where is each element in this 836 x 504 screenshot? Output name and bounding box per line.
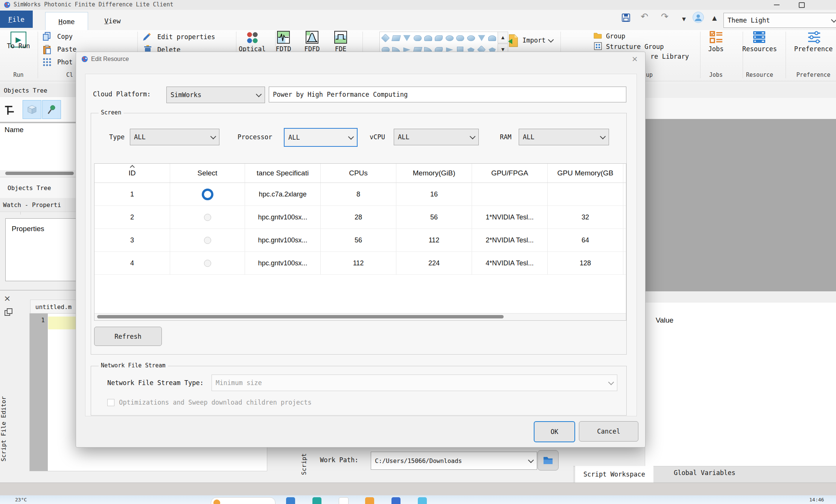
column-header-instance[interactable]: tance Specificati xyxy=(245,164,321,183)
select-radio[interactable] xyxy=(204,214,211,221)
jobs-label[interactable]: Jobs xyxy=(705,45,727,53)
group-folder-icon[interactable] xyxy=(593,32,602,39)
user-avatar[interactable] xyxy=(693,12,704,23)
table-row[interactable]: 1 hpc.c7a.2xlarge 8 16 xyxy=(94,183,626,206)
cloud-platform-description-field[interactable]: Power by High Performance Computing xyxy=(269,87,626,102)
taskbar-search-pill[interactable] xyxy=(211,497,276,504)
edit-properties-label[interactable]: Edit properties xyxy=(157,33,215,41)
taskbar-weather[interactable]: 23°C xyxy=(15,497,27,502)
cancel-button[interactable]: Cancel xyxy=(579,421,638,442)
taskbar-clock[interactable]: 14:46 xyxy=(809,497,824,502)
filter-ram-select[interactable]: ALL xyxy=(519,129,609,145)
shape-icon[interactable] xyxy=(403,35,410,41)
quickaccess-dropdown-icon[interactable]: ▼ xyxy=(682,17,686,21)
theme-select[interactable]: Theme Light xyxy=(723,13,836,28)
shape-icon[interactable] xyxy=(478,35,485,41)
scrollbar-thumb[interactable] xyxy=(97,315,504,318)
fde-icon[interactable] xyxy=(334,31,347,44)
collapse-ribbon-icon[interactable]: ▲ xyxy=(712,15,717,21)
show-structures-toggle[interactable] xyxy=(23,100,41,119)
pencil-icon[interactable] xyxy=(142,32,152,42)
import-icon[interactable] xyxy=(507,34,519,47)
cloud-platform-select[interactable]: SimWorks xyxy=(166,87,265,103)
column-header-cpus[interactable]: CPUs xyxy=(321,164,396,183)
column-header-gpu[interactable]: GPU/FPGA xyxy=(472,164,548,183)
save-icon[interactable] xyxy=(621,13,631,23)
table-row[interactable]: 3 hpc.gntv100sx... 56 112 2*NVIDIA Tesl.… xyxy=(94,229,626,252)
shape-icon[interactable] xyxy=(456,35,464,41)
group-label[interactable]: Group xyxy=(606,32,625,40)
fdfd-icon[interactable] xyxy=(306,31,318,44)
select-radio[interactable] xyxy=(204,237,211,244)
taskbar-app-icon[interactable] xyxy=(312,497,321,504)
tab-view[interactable]: View xyxy=(96,15,129,26)
import-chevron-icon[interactable] xyxy=(548,37,554,43)
taskbar-app-icon[interactable] xyxy=(391,497,400,504)
download-children-checkbox[interactable] xyxy=(107,399,114,406)
tab-objects-tree[interactable]: Objects Tree xyxy=(0,177,87,199)
shape-icon[interactable] xyxy=(467,35,475,41)
structure-library-label[interactable]: re Library xyxy=(650,53,689,60)
structure-group-label[interactable]: Structure Group xyxy=(606,43,664,50)
shape-icon[interactable] xyxy=(424,35,432,41)
maximize-icon[interactable] xyxy=(799,2,805,8)
tab-watch-properties[interactable]: Watch - Properti xyxy=(0,198,82,212)
undo-icon[interactable]: ↶ xyxy=(641,12,648,21)
column-header-select[interactable]: Select xyxy=(170,164,245,183)
column-header-id[interactable]: ID xyxy=(94,164,170,183)
file-menu-button[interactable]: File xyxy=(0,11,33,28)
copy-icon[interactable] xyxy=(42,32,52,41)
fdtd-icon[interactable] xyxy=(277,31,290,44)
to-run-label[interactable]: To Run xyxy=(0,42,37,50)
taskbar-app-icon[interactable] xyxy=(339,497,349,504)
shape-icon[interactable] xyxy=(435,35,443,41)
taskbar-app-icon[interactable] xyxy=(418,497,427,504)
table-row[interactable]: 2 hpc.gntv100sx... 28 56 1*NVIDIA Tesl..… xyxy=(94,206,626,229)
photonic-grid-icon[interactable] xyxy=(42,57,52,67)
filter-type-select[interactable]: ALL xyxy=(130,129,219,145)
ok-button[interactable]: OK xyxy=(534,421,575,442)
redo-icon[interactable]: ↷ xyxy=(661,12,668,21)
editor-tab-untitled[interactable]: untitled.m xyxy=(30,300,77,314)
paste-icon[interactable] xyxy=(42,44,52,55)
table-row[interactable]: 4 hpc.gntv100sx... 112 224 4*NVIDIA Tesl… xyxy=(94,252,626,275)
shape-icon[interactable] xyxy=(414,35,422,41)
tree-view-icon[interactable] xyxy=(3,103,17,117)
browse-folder-button[interactable] xyxy=(538,450,559,471)
tab-home[interactable]: Home xyxy=(45,12,88,30)
table-horizontal-scrollbar[interactable] xyxy=(94,313,626,320)
pin-toggle[interactable] xyxy=(42,100,61,119)
photonic-label[interactable]: Phot xyxy=(57,58,73,66)
3d-viewport[interactable] xyxy=(645,119,836,291)
preference-icon[interactable] xyxy=(807,30,821,44)
dialog-close-icon[interactable]: × xyxy=(632,55,638,62)
filter-processor-select[interactable]: ALL xyxy=(284,128,358,147)
network-type-select[interactable]: Minimum size xyxy=(212,375,617,391)
minimize-icon[interactable] xyxy=(774,5,780,5)
editor-float-icon[interactable] xyxy=(5,310,10,316)
scrollbar-thumb[interactable] xyxy=(5,172,74,175)
shape-icon[interactable] xyxy=(446,35,454,41)
tab-script-workspace[interactable]: Script Workspace xyxy=(575,466,653,483)
refresh-button[interactable]: Refresh xyxy=(94,327,162,346)
column-header-gpu-memory[interactable]: GPU Memory(GB xyxy=(548,164,623,183)
work-path-select[interactable]: C:/Users/15066/Downloads xyxy=(371,452,537,470)
copy-label[interactable]: Copy xyxy=(57,33,73,40)
structure-group-icon[interactable] xyxy=(594,42,602,50)
resources-label[interactable]: Resources xyxy=(739,45,781,53)
optical-icon[interactable] xyxy=(245,31,259,44)
shape-icon[interactable] xyxy=(391,35,401,41)
select-radio[interactable] xyxy=(204,260,211,267)
tab-global-variables[interactable]: Global Variables xyxy=(674,469,735,477)
import-label[interactable]: Import xyxy=(522,37,545,44)
preference-label[interactable]: Preference xyxy=(790,45,836,53)
editor-close-icon[interactable]: × xyxy=(4,294,11,303)
column-header-memory[interactable]: Memory(GiB) xyxy=(396,164,472,183)
gallery-scroll-up-button[interactable]: ▲ xyxy=(498,32,508,43)
resources-icon[interactable] xyxy=(752,30,766,44)
filter-vcpu-select[interactable]: ALL xyxy=(394,129,479,145)
shape-icon[interactable] xyxy=(488,35,496,41)
taskbar-app-icon[interactable] xyxy=(365,497,374,504)
select-radio[interactable] xyxy=(202,189,213,200)
paste-label[interactable]: Paste xyxy=(57,46,76,53)
